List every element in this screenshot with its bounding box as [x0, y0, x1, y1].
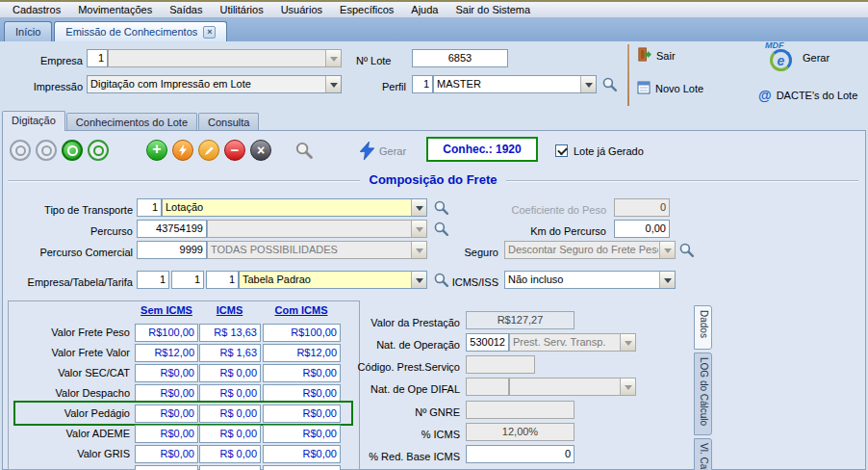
nat-operacao-num-field[interactable]: 530012: [466, 333, 509, 352]
cell-com-icms[interactable]: R$0,00: [263, 445, 341, 463]
first-record-button[interactable]: [10, 140, 31, 161]
percurso-num-field[interactable]: 43754199: [137, 220, 207, 238]
cell-icms[interactable]: R$ 0,00: [199, 364, 261, 382]
cell-com-icms[interactable]: R$0,00: [263, 384, 341, 403]
tab-emissao-conhecimentos[interactable]: Emissão de Conhecimentos ×: [54, 21, 227, 41]
tipo-transporte-num-field[interactable]: 1: [137, 198, 162, 217]
conhecimento-counter: Conhec.: 1920: [426, 137, 538, 162]
cell-com-icms[interactable]: R$100,00: [263, 324, 341, 342]
menu-movimentacoes[interactable]: Movimentações: [69, 2, 161, 17]
tab-digitacao[interactable]: Digitação: [2, 111, 65, 131]
cell-sem-icms[interactable]: R$0,00: [135, 405, 198, 423]
next-record-button[interactable]: [62, 140, 83, 161]
gerar-lote-button[interactable]: Gerar: [360, 142, 406, 160]
cell-sem-icms[interactable]: R$0,00: [135, 445, 198, 463]
tab-consulta[interactable]: Consulta: [198, 113, 259, 131]
pct-red-base-icms-field[interactable]: 0: [466, 445, 574, 463]
table-row: Valor Frete Peso R$100,00 R$ 13,63 R$100…: [9, 323, 359, 343]
chevron-down-icon[interactable]: [620, 379, 635, 395]
menu-cadastros[interactable]: Cadastros: [4, 2, 69, 17]
perfil-combo[interactable]: MASTER: [433, 75, 597, 93]
search-icon[interactable]: [433, 199, 449, 216]
cell-sem-icms[interactable]: R$0,00: [135, 384, 198, 403]
empresa-field[interactable]: 1: [87, 49, 108, 67]
tipo-transporte-combo[interactable]: Lotação: [162, 198, 427, 217]
cell-com-icms[interactable]: R$0,00: [263, 405, 341, 423]
prior-record-button[interactable]: [36, 140, 57, 161]
tabela-combo[interactable]: Tabela Padrao: [239, 271, 427, 289]
gerar-mdfe-button[interactable]: MDF e Gerar: [765, 42, 830, 73]
add-button[interactable]: [146, 140, 167, 161]
chevron-down-icon[interactable]: [580, 76, 596, 92]
chevron-down-icon[interactable]: [325, 76, 341, 92]
gerar-button-label: Gerar: [803, 52, 830, 64]
cell-sem-icms[interactable]: R$0,00: [135, 364, 198, 382]
menu-ajuda[interactable]: Ajuda: [402, 2, 447, 17]
tab-inicio[interactable]: Início: [4, 21, 52, 41]
close-icon[interactable]: ×: [203, 26, 216, 39]
ett-tabela-field[interactable]: 1: [171, 271, 204, 289]
divider: [627, 44, 629, 106]
side-tab-vl-calculado[interactable]: Vl. Cal: [694, 438, 712, 470]
ett-tarifa-field[interactable]: 1: [206, 271, 239, 289]
cell-sem-icms[interactable]: R$12,00: [135, 344, 198, 362]
menu-usuarios[interactable]: Usuários: [272, 2, 331, 17]
cancel-button[interactable]: [250, 140, 271, 161]
cell-com-icms[interactable]: R$0,00: [263, 465, 341, 470]
impressao-combo[interactable]: Digitação com Impressão em Lote: [87, 75, 342, 93]
icms-iss-combo[interactable]: Não incluso: [504, 271, 676, 289]
last-record-button[interactable]: [88, 140, 109, 161]
search-icon[interactable]: [601, 76, 618, 92]
chevron-down-icon[interactable]: [659, 242, 675, 258]
novo-lote-button[interactable]: Novo Lote: [637, 81, 703, 96]
dacte-button[interactable]: @ DACTE's do Lote: [758, 88, 857, 103]
chevron-down-icon[interactable]: [411, 199, 426, 216]
combo-value: Prest. Serv. Transp.: [510, 334, 619, 351]
search-icon[interactable]: [294, 141, 311, 157]
cell-sem-icms[interactable]: R$100,00: [135, 324, 198, 342]
perfil-num-field[interactable]: 1: [412, 75, 433, 93]
cell-sem-icms[interactable]: R$0,00: [135, 465, 198, 470]
cell-icms[interactable]: R$ 0,00: [199, 384, 261, 403]
table-row: Valor ITR R$0,00 R$ 0,00 R$0,00: [9, 464, 359, 470]
search-icon[interactable]: [433, 221, 449, 237]
seguro-combo[interactable]: Descontar Seguro do Frete Peso: [504, 241, 676, 259]
side-tab-log-do-calculo[interactable]: LOG do Cálculo: [694, 352, 712, 435]
side-tab-dados[interactable]: Dados: [694, 305, 712, 350]
chevron-down-icon[interactable]: [620, 334, 635, 351]
cell-icms[interactable]: R$ 0,00: [199, 465, 261, 470]
sair-button[interactable]: Sair: [637, 47, 676, 64]
ett-empresa-field[interactable]: 1: [137, 271, 169, 289]
menu-saidas[interactable]: Saídas: [161, 2, 211, 17]
menu-especificos[interactable]: Específicos: [331, 2, 402, 17]
cell-com-icms[interactable]: R$12,00: [263, 344, 341, 362]
menu-sair-do-sistema[interactable]: Sair do Sistema: [447, 2, 539, 17]
delete-button[interactable]: [224, 140, 245, 161]
coeficiente-peso-label: Coeficiente do Peso: [479, 201, 606, 220]
chevron-down-icon[interactable]: [659, 272, 675, 288]
search-icon[interactable]: [678, 242, 695, 258]
chevron-down-icon[interactable]: [411, 221, 426, 237]
edit-button[interactable]: [198, 140, 219, 161]
empresa-combo[interactable]: [108, 49, 342, 67]
lote-field[interactable]: 6853: [412, 49, 508, 67]
execute-button[interactable]: [172, 140, 193, 161]
chevron-down-icon[interactable]: [325, 50, 341, 66]
percurso-comercial-num-field[interactable]: 9999: [137, 241, 207, 259]
cell-sem-icms[interactable]: R$0,00: [135, 425, 198, 443]
cell-icms[interactable]: R$ 0,00: [199, 405, 261, 423]
menu-utilitarios[interactable]: Utilitários: [211, 2, 271, 17]
nat-ope-difal-combo[interactable]: [509, 378, 636, 396]
percurso-comercial-combo[interactable]: TODAS POSSIBILIDADES: [207, 241, 427, 259]
km-percurso-field[interactable]: 0,00: [614, 220, 670, 238]
nat-operacao-combo[interactable]: Prest. Serv. Transp.: [509, 333, 636, 352]
cell-icms[interactable]: R$ 0,00: [199, 445, 261, 463]
cell-com-icms[interactable]: R$0,00: [263, 425, 341, 443]
lote-ja-gerado-checkbox[interactable]: [555, 144, 568, 157]
percurso-combo[interactable]: [207, 220, 427, 238]
cell-icms[interactable]: R$ 1,63: [199, 344, 261, 362]
tab-conhecimentos-do-lote[interactable]: Conhecimentos do Lote: [66, 113, 197, 131]
cell-icms[interactable]: R$ 0,00: [199, 425, 261, 443]
cell-icms[interactable]: R$ 13,63: [199, 324, 261, 342]
cell-com-icms[interactable]: R$0,00: [263, 364, 341, 382]
